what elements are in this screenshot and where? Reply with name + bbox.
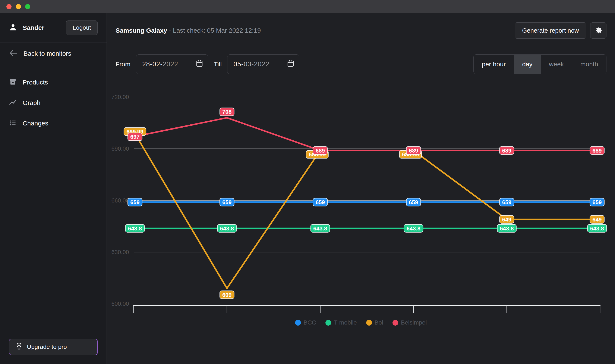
arrow-left-icon xyxy=(9,50,17,57)
granularity-per-hour[interactable]: per hour xyxy=(474,55,514,74)
point-label-bcc: 659 xyxy=(590,198,604,206)
trending-line-icon xyxy=(9,99,17,107)
back-to-monitors-link[interactable]: Back to monitors xyxy=(0,42,107,65)
window-titlebar xyxy=(0,0,615,13)
svg-text:643.8: 643.8 xyxy=(313,225,327,232)
svg-text:659: 659 xyxy=(592,199,602,206)
point-label-bcc: 659 xyxy=(406,198,421,206)
y-axis-tick-label: 720.00 xyxy=(111,94,129,100)
user-name: Sander xyxy=(23,24,66,31)
svg-text:643.8: 643.8 xyxy=(500,225,514,232)
granularity-toggle: per hour day week month xyxy=(473,54,606,74)
till-date-value: 05- xyxy=(233,60,244,68)
generate-report-button[interactable]: Generate report now xyxy=(515,22,586,39)
minimize-window-icon[interactable] xyxy=(16,4,21,9)
y-axis-tick-label: 600.00 xyxy=(111,301,129,307)
upgrade-to-pro-button[interactable]: Upgrade to pro xyxy=(9,339,98,355)
svg-text:697: 697 xyxy=(130,134,139,140)
point-label-t-mobile: 643.8 xyxy=(404,224,423,232)
point-label-bcc: 659 xyxy=(313,198,328,206)
svg-text:689: 689 xyxy=(316,147,325,154)
svg-text:689: 689 xyxy=(502,147,511,154)
point-label-belsimpel: 689 xyxy=(313,147,328,155)
svg-text:659: 659 xyxy=(130,199,139,206)
point-label-belsimpel: 689 xyxy=(590,147,604,155)
legend-dot-icon xyxy=(295,320,301,325)
chart-legend: BCCT-mobileBolBelsimpel xyxy=(107,319,615,326)
svg-text:659: 659 xyxy=(409,199,418,206)
svg-text:643.8: 643.8 xyxy=(407,225,420,232)
user-avatar-icon xyxy=(9,23,17,32)
legend-item-bol[interactable]: Bol xyxy=(366,319,383,326)
point-label-bol: 649 xyxy=(590,216,604,223)
legend-label: BCC xyxy=(303,319,316,326)
legend-label: T-mobile xyxy=(334,319,357,326)
sidebar: Sander Logout Back to monitors Products … xyxy=(0,13,107,364)
till-date-input[interactable]: 05-03-2022 xyxy=(227,54,299,74)
point-label-t-mobile: 643.8 xyxy=(311,224,330,232)
point-label-t-mobile: 643.8 xyxy=(217,224,236,232)
point-label-t-mobile: 643.8 xyxy=(588,224,606,232)
gear-icon xyxy=(594,26,603,35)
zoom-window-icon[interactable] xyxy=(25,4,30,9)
sidebar-item-changes[interactable]: Changes xyxy=(0,113,107,134)
legend-item-belsimpel[interactable]: Belsimpel xyxy=(392,319,427,326)
sidebar-item-products[interactable]: Products xyxy=(0,72,107,93)
legend-dot-icon xyxy=(325,320,331,325)
price-history-chart: 600.00630.00660.00690.00720.0028-02-2022… xyxy=(107,80,615,315)
point-label-bcc: 659 xyxy=(128,198,142,206)
medal-icon xyxy=(15,342,23,351)
calendar-icon[interactable] xyxy=(196,60,203,69)
legend-dot-icon xyxy=(392,320,398,325)
svg-text:708: 708 xyxy=(222,109,231,115)
svg-text:609: 609 xyxy=(222,292,231,298)
legend-item-t-mobile[interactable]: T-mobile xyxy=(325,319,357,326)
bullet-list-icon xyxy=(9,119,17,128)
upgrade-to-pro-label: Upgrade to pro xyxy=(27,343,67,350)
page-title: Samsung Galaxy - Last check: 05 Mar 2022… xyxy=(116,27,261,34)
legend-item-bcc[interactable]: BCC xyxy=(295,319,316,326)
point-label-t-mobile: 643.8 xyxy=(125,224,144,232)
point-label-belsimpel: 689 xyxy=(406,147,421,155)
svg-text:643.8: 643.8 xyxy=(128,225,142,232)
point-label-bcc: 659 xyxy=(499,198,514,206)
sidebar-item-label: Changes xyxy=(23,120,48,127)
series-line-belsimpel xyxy=(134,118,600,150)
point-label-t-mobile: 643.8 xyxy=(497,224,516,232)
main-header: Samsung Galaxy - Last check: 05 Mar 2022… xyxy=(107,13,615,48)
sidebar-item-label: Products xyxy=(23,79,48,86)
granularity-day[interactable]: day xyxy=(514,55,540,74)
point-label-bcc: 659 xyxy=(220,198,234,206)
point-label-bol: 609 xyxy=(220,291,234,299)
point-label-bol: 649 xyxy=(499,216,514,223)
from-date-input[interactable]: 28-02-2022 xyxy=(136,54,208,74)
svg-text:659: 659 xyxy=(316,199,325,206)
y-axis-tick-label: 630.00 xyxy=(111,249,129,255)
from-date-value: 28-02- xyxy=(142,60,163,68)
granularity-month[interactable]: month xyxy=(572,55,606,74)
svg-text:649: 649 xyxy=(592,216,602,223)
legend-label: Bol xyxy=(374,319,383,326)
sidebar-item-graph[interactable]: Graph xyxy=(0,93,107,113)
from-label: From xyxy=(116,61,131,68)
archive-box-icon xyxy=(9,78,17,87)
close-window-icon[interactable] xyxy=(6,4,12,9)
logout-button[interactable]: Logout xyxy=(66,21,98,35)
series-line-bol xyxy=(134,132,600,288)
last-check-text: - Last check: 05 Mar 2022 12:19 xyxy=(169,27,261,34)
back-to-monitors-label: Back to monitors xyxy=(24,50,71,57)
sidebar-item-label: Graph xyxy=(23,99,40,106)
svg-text:689: 689 xyxy=(592,147,602,154)
calendar-icon[interactable] xyxy=(287,60,294,69)
filter-bar: From 28-02-2022 Till 05-03-2022 per hour… xyxy=(107,48,615,80)
y-axis-tick-label: 660.00 xyxy=(111,197,129,204)
point-label-belsimpel: 689 xyxy=(499,147,514,155)
legend-label: Belsimpel xyxy=(401,319,427,326)
point-label-belsimpel: 708 xyxy=(220,108,234,116)
svg-text:643.8: 643.8 xyxy=(590,225,604,232)
settings-button[interactable] xyxy=(590,22,606,39)
main-panel: Samsung Galaxy - Last check: 05 Mar 2022… xyxy=(107,13,615,364)
svg-text:689: 689 xyxy=(409,147,418,154)
granularity-week[interactable]: week xyxy=(541,55,572,74)
svg-text:659: 659 xyxy=(222,199,231,206)
